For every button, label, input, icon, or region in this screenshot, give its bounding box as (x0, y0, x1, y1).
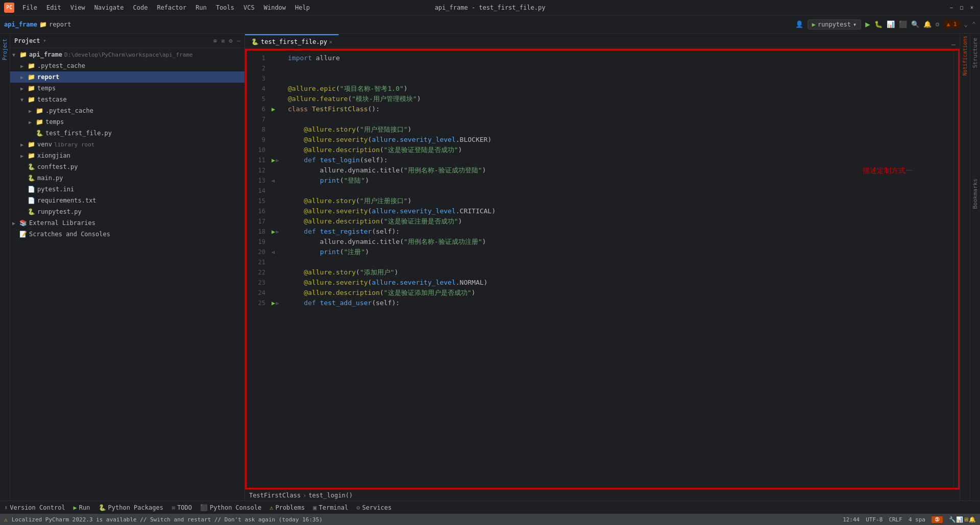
todo-tool[interactable]: ≡ TODO (172, 504, 192, 511)
maximize-button[interactable]: □ (958, 4, 966, 12)
run-icon[interactable]: ▶ (272, 157, 275, 164)
run-config-selector[interactable]: ▶ runpytest ▾ (807, 19, 862, 30)
menu-run[interactable]: Run (191, 3, 211, 12)
tree-item-testcase-pytest-cache[interactable]: ▶ 📁 .pytest_cache (10, 105, 244, 116)
code-line-13: print("登陆") (288, 176, 953, 186)
stop-button[interactable]: ⬛ (899, 20, 907, 28)
tree-item-label: pytest.ini (37, 186, 74, 193)
bookmarks-tab[interactable]: Bookmarks (971, 174, 979, 213)
editor-scrollbar[interactable] (953, 49, 960, 489)
code-line-22: @allure.story("添加用户") (288, 267, 953, 278)
python-console-tool[interactable]: ⬛ Python Console (200, 504, 261, 511)
code-line-6: class TestFirstClass(): (288, 104, 953, 114)
tree-item-pytest-ini[interactable]: ▶ 📄 pytest.ini (10, 184, 244, 195)
folder-icon: 📁 (28, 62, 35, 69)
settings-button[interactable]: ⚙ (936, 20, 940, 28)
tree-item-label: testcase (37, 96, 67, 103)
menu-tools[interactable]: Tools (212, 3, 238, 12)
menu-vcs[interactable]: VCS (239, 3, 259, 12)
minimize-panel-icon[interactable]: — (237, 37, 240, 44)
code-line-25: def test_add_user(self): (288, 298, 953, 308)
arrow-icon: ▶ (20, 63, 27, 69)
menu-edit[interactable]: Edit (42, 3, 65, 12)
project-dropdown-icon[interactable]: ▾ (43, 38, 46, 43)
arrow-icon: ▶ (20, 74, 27, 80)
menu-file[interactable]: File (18, 3, 41, 12)
search-button[interactable]: 🔍 (911, 20, 919, 28)
icons-right: 🔧📊🖥🔔 (949, 516, 976, 523)
tree-item-conftest[interactable]: ▶ 🐍 conftest.py (10, 161, 244, 172)
arrow-icon: ▼ (20, 97, 27, 103)
tree-item-label: xiongjian (37, 152, 70, 159)
debug-button[interactable]: 🐛 (874, 20, 883, 28)
terminal-tool[interactable]: ▣ Terminal (313, 504, 348, 511)
breadcrumb-child[interactable]: report (49, 21, 71, 28)
tree-item-main[interactable]: ▶ 🐍 main.py (10, 172, 244, 184)
tree-item-report[interactable]: ▶ 📁 report (10, 71, 244, 83)
python-console-label: Python Console (210, 504, 261, 511)
editor-tabs: 🐍 test_first_file.py × ⋯ (245, 34, 960, 49)
editor-tab-test-first-file[interactable]: 🐍 test_first_file.py × (245, 34, 339, 48)
run-gutter-6[interactable]: ▶ (272, 104, 282, 114)
tree-item-runpytest[interactable]: ▶ 🐍 runpytest.py (10, 206, 244, 217)
tree-item-testcase[interactable]: ▼ 📁 testcase (10, 94, 244, 105)
code-line-4: @allure.epic("项目名称-智考1.0") (288, 84, 953, 94)
python-packages-tool[interactable]: 🐍 Python Packages (99, 504, 163, 511)
left-sidebar-icons: Project (0, 34, 10, 501)
more-tabs-icon[interactable]: ⋯ (951, 41, 955, 48)
menu-navigate[interactable]: Navigate (90, 3, 128, 12)
code-content[interactable]: 描述定制方式一 import allure @allure.epic("项目名称… (284, 49, 953, 489)
expand-button[interactable]: ⌄ ⌃ (964, 20, 976, 28)
minimize-button[interactable]: — (947, 4, 955, 12)
code-line-11: def test_login(self): (288, 155, 953, 165)
locate-icon[interactable]: ⊕ (213, 37, 217, 44)
notifications-sidebar: Notifications (960, 34, 970, 501)
tree-item-api-frame[interactable]: ▼ 📁 api_frame D:\develop\PyCharm\workspa… (10, 49, 244, 60)
breadcrumb-class[interactable]: TestFirstClass (249, 492, 301, 499)
tree-item-testcase-temps[interactable]: ▶ 📁 temps (10, 116, 244, 128)
services-tool[interactable]: ⚙ Services (356, 504, 391, 511)
tree-item-xiongjian[interactable]: ▶ 📁 xiongjian (10, 150, 244, 161)
tree-item-scratches[interactable]: ▶ 📝 Scratches and Consoles (10, 229, 244, 240)
menu-code[interactable]: Code (129, 3, 152, 12)
tab-close-icon[interactable]: × (329, 39, 332, 45)
code-line-3 (288, 73, 953, 84)
notifications-label[interactable]: Notifications (962, 36, 968, 76)
problems-tool[interactable]: ⚠ Problems (270, 504, 305, 511)
tree-item-label: .pytest_cache (37, 62, 85, 69)
version-control-tool[interactable]: ⬆ Version Control (4, 504, 65, 511)
bookmark-gutter-13: ⊲ (272, 176, 282, 186)
tree-item-venv[interactable]: ▶ 📁 venv library root (10, 139, 244, 150)
structure-tab[interactable]: Structure (971, 34, 979, 72)
notifications-button[interactable]: 🔔 (923, 20, 932, 28)
folder-icon: 📁 (28, 96, 35, 103)
status-time: 12:44 (843, 516, 860, 523)
app-logo: PC (4, 3, 14, 13)
menu-view[interactable]: View (66, 3, 89, 12)
code-line-17: @allure.description("这是验证注册是否成功") (288, 216, 953, 227)
menu-help[interactable]: Help (291, 3, 314, 12)
run-tool[interactable]: ▶ Run (74, 504, 90, 511)
collapse-icon[interactable]: ≡ (221, 37, 225, 44)
toolbar: api_frame 📁 report 👤 ▶ runpytest ▾ ▶ 🐛 📊… (0, 15, 980, 34)
tree-item-external-libraries[interactable]: ▶ 📚 External Libraries (10, 217, 244, 229)
breadcrumb-method[interactable]: test_login() (308, 492, 353, 499)
gear-icon[interactable]: ⚙ (229, 37, 233, 44)
structure-sidebar: Structure Bookmarks (970, 34, 980, 501)
project-tab[interactable]: Project (1, 36, 9, 63)
run-icon[interactable]: ▶ (272, 228, 275, 235)
tree-item-test-first-file[interactable]: ▶ 🐍 test_first_file.py (10, 128, 244, 139)
menu-refactor[interactable]: Refactor (153, 3, 190, 12)
close-button[interactable]: × (968, 4, 976, 12)
avatar-icon: 👤 (795, 20, 803, 28)
breadcrumb-root[interactable]: api_frame (4, 21, 37, 28)
run-icon[interactable]: ▶ (272, 299, 275, 307)
tree-item-requirements[interactable]: ▶ 📄 requirements.txt (10, 195, 244, 206)
menu-window[interactable]: Window (260, 3, 290, 12)
profile-button[interactable]: 📊 (887, 20, 895, 28)
code-line-19: allure.dynamic.title("用例名称-验证成功注册") (288, 237, 953, 247)
tree-item-label: runpytest.py (37, 208, 82, 215)
tree-item-temps[interactable]: ▶ 📁 temps (10, 83, 244, 94)
tree-item-pytest-cache-root[interactable]: ▶ 📁 .pytest_cache (10, 60, 244, 71)
run-button[interactable]: ▶ (865, 19, 870, 29)
